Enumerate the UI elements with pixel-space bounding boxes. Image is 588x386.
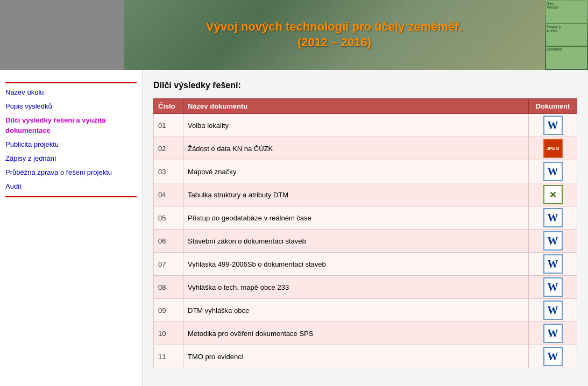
geo-block-2: Mapov pa linka bbox=[546, 24, 587, 46]
header: Vývoj nových technologií pro účely zeměm… bbox=[0, 0, 588, 70]
col-header-cislo: Číslo bbox=[154, 99, 183, 114]
jpg-icon[interactable]: JPEG bbox=[543, 139, 563, 158]
sidebar-item-prubezna[interactable]: Průběžná zprava o řešeni projektu bbox=[5, 168, 137, 177]
row-name: Mapové značky bbox=[183, 160, 529, 183]
row-number: 04 bbox=[154, 183, 183, 206]
row-name: Stavební zákon o dokumentaci staveb bbox=[183, 230, 529, 253]
sidebar-item-audit[interactable]: Audit bbox=[5, 182, 137, 191]
excel-icon[interactable] bbox=[543, 185, 563, 204]
row-name: Přístup do geodatabáze v reálném čase bbox=[183, 206, 529, 230]
geo-block-3: Zeměměř bbox=[546, 47, 587, 69]
word-icon[interactable] bbox=[543, 301, 563, 320]
row-name: Tabulka struktury a atributy DTM bbox=[183, 183, 529, 206]
header-title-line2: (2012 – 2016) bbox=[206, 35, 463, 51]
row-name: Metodika pro ověření dokumentace SPS bbox=[183, 322, 529, 345]
row-icon-cell[interactable] bbox=[529, 276, 577, 299]
row-number: 06 bbox=[154, 230, 183, 253]
row-number: 09 bbox=[154, 299, 183, 322]
documents-table: Číslo Název dokumentu Dokument 01Volba l… bbox=[153, 98, 577, 368]
word-icon[interactable] bbox=[543, 162, 563, 181]
row-number: 11 bbox=[154, 345, 183, 368]
table-row: 04Tabulka struktury a atributy DTM bbox=[154, 183, 577, 206]
table-row: 03Mapové značky bbox=[154, 160, 577, 183]
row-number: 08 bbox=[154, 276, 183, 299]
sidebar-item-dilci[interactable]: Dílčí výsledky řešení a využitá dokument… bbox=[5, 116, 137, 135]
row-icon-cell[interactable] bbox=[529, 322, 577, 345]
header-title: Vývoj nových technologií pro účely zeměm… bbox=[206, 19, 463, 50]
table-row: 05Přístup do geodatabáze v reálném čase bbox=[154, 206, 577, 230]
row-number: 07 bbox=[154, 253, 183, 276]
layout: Nazev úkolu Popis výsledků Dílčí výsledk… bbox=[0, 70, 588, 386]
row-number: 02 bbox=[154, 137, 183, 160]
row-name: Vyhláška o tech. mapě obce 233 bbox=[183, 276, 529, 299]
row-name: DTM vyhláška obce bbox=[183, 299, 529, 322]
row-number: 03 bbox=[154, 160, 183, 183]
section-title: Dílčí výsledky řešení: bbox=[153, 81, 577, 90]
word-icon[interactable] bbox=[543, 347, 563, 366]
word-icon[interactable] bbox=[543, 254, 563, 274]
sidebar-item-nazev[interactable]: Nazev úkolu bbox=[5, 88, 137, 97]
word-icon[interactable] bbox=[543, 231, 563, 251]
table-row: 08Vyhláška o tech. mapě obce 233 bbox=[154, 276, 577, 299]
row-icon-cell[interactable] bbox=[529, 230, 577, 253]
row-icon-cell[interactable] bbox=[529, 160, 577, 183]
row-name: TMO pro evidenci bbox=[183, 345, 529, 368]
header-right: GeoPříručk Mapov pa linka Zeměměř bbox=[545, 0, 588, 70]
word-icon[interactable] bbox=[543, 277, 563, 297]
row-number: 10 bbox=[154, 322, 183, 345]
sidebar-item-publicita[interactable]: Publicita projektu bbox=[5, 140, 137, 149]
table-row: 02Žádost o data KN na ČÚZKJPEG bbox=[154, 137, 577, 160]
sidebar-item-zapisy[interactable]: Zápisy z jednání bbox=[5, 154, 137, 163]
header-title-line1: Vývoj nových technologií pro účely zeměm… bbox=[206, 19, 463, 35]
row-icon-cell[interactable] bbox=[529, 206, 577, 230]
table-row: 01Volba lokality bbox=[154, 114, 577, 137]
row-icon-cell[interactable] bbox=[529, 183, 577, 206]
table-row: 09DTM vyhláška obce bbox=[154, 299, 577, 322]
row-icon-cell[interactable] bbox=[529, 253, 577, 276]
table-row: 06Stavební zákon o dokumentaci staveb bbox=[154, 230, 577, 253]
table-row: 10Metodika pro ověření dokumentace SPS bbox=[154, 322, 577, 345]
sidebar: Nazev úkolu Popis výsledků Dílčí výsledk… bbox=[0, 70, 143, 386]
word-icon[interactable] bbox=[543, 208, 563, 227]
row-icon-cell[interactable] bbox=[529, 299, 577, 322]
geo-block-1: GeoPříručk bbox=[546, 1, 587, 23]
sidebar-item-popis[interactable]: Popis výsledků bbox=[5, 102, 137, 111]
row-name: Vyhlaska 499-2006Sb o dokumentaci staveb bbox=[183, 253, 529, 276]
main-content: Dílčí výsledky řešení: Číslo Název dokum… bbox=[143, 70, 588, 386]
col-header-dokument: Dokument bbox=[529, 99, 577, 114]
word-icon[interactable] bbox=[543, 324, 563, 343]
table-row: 07Vyhlaska 499-2006Sb o dokumentaci stav… bbox=[154, 253, 577, 276]
word-icon[interactable] bbox=[543, 116, 563, 135]
sidebar-divider-top bbox=[5, 82, 137, 83]
header-left bbox=[0, 0, 124, 70]
row-number: 05 bbox=[154, 206, 183, 230]
row-icon-cell[interactable] bbox=[529, 114, 577, 137]
table-header-row: Číslo Název dokumentu Dokument bbox=[154, 99, 577, 114]
header-right-inner: GeoPříručk Mapov pa linka Zeměměř bbox=[545, 0, 588, 70]
row-icon-cell[interactable] bbox=[529, 345, 577, 368]
row-name: Žádost o data KN na ČÚZK bbox=[183, 137, 529, 160]
row-icon-cell[interactable]: JPEG bbox=[529, 137, 577, 160]
table-row: 11TMO pro evidenci bbox=[154, 345, 577, 368]
sidebar-divider-bottom bbox=[5, 196, 137, 197]
header-center: Vývoj nových technologií pro účely zeměm… bbox=[124, 0, 545, 70]
row-name: Volba lokality bbox=[183, 114, 529, 137]
row-number: 01 bbox=[154, 114, 183, 137]
col-header-nazev: Název dokumentu bbox=[183, 99, 529, 114]
